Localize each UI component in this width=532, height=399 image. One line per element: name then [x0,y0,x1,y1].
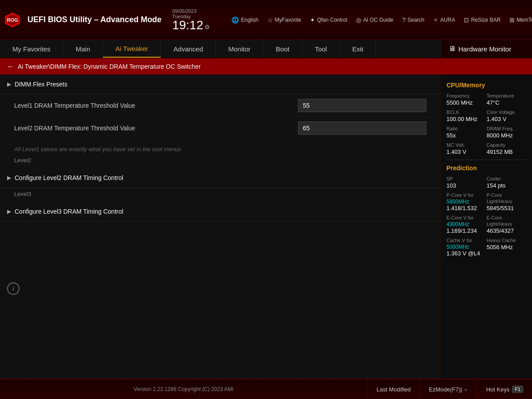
hw-pcore-v-label: P-Core V for [446,192,487,198]
level1-threshold-input[interactable] [298,99,426,112]
toolbar-aura[interactable]: ✧ AURA [430,15,458,25]
datetime-block: 09/05/2023Tuesday 19:12⚙ [172,8,210,31]
hw-ecore-row: E-Core V for 4300MHz 1.169/1.234 E-Core … [446,215,527,234]
breadcrumb-bar: ← Ai Tweaker\DIMM Flex: Dynamic DRAM Tem… [0,59,532,74]
hw-frequency-cell: Frequency 5500 MHz [446,93,487,106]
rog-logo: ROG [4,12,20,28]
footer: Version 2.22.1286 Copyright (C) 2023 AMI… [0,379,532,399]
level2-label: Level2 [0,154,441,168]
hw-divider-1 [446,160,527,160]
top-bar: ROG UEFI BIOS Utility – Advanced Mode 09… [0,0,532,40]
nav-exit[interactable]: Exit [340,40,376,58]
resize-icon: ⊡ [464,16,469,23]
hw-bclk-value: 100.00 MHz [446,116,487,122]
ezmode-button[interactable]: EzMode(F7)|→ [420,379,477,399]
star-icon: ☆ [267,16,273,23]
hotkeys-key: F1 [512,386,523,393]
time-display: 19:12⚙ [172,19,210,31]
hw-temperature-cell: Temperature 47°C [487,93,527,106]
last-modified-button[interactable]: Last Modified [367,379,419,399]
hw-cooler-cell: Cooler 154 pts [487,176,527,189]
nav-hw-monitor[interactable]: 🖥 Hardware Monitor [441,40,532,58]
cpu-memory-title: CPU/Memory [446,82,527,89]
app-title: UEFI BIOS Utility – Advanced Mode [27,15,161,24]
hw-heavy-cache-cell: Heavy Cache 5056 MHz [487,238,527,257]
nav-ai-tweaker[interactable]: Ai Tweaker [103,40,161,58]
level1-threshold-row: Level1 DRAM Temperature Threshold Value [0,94,441,117]
nav-my-favorites[interactable]: My Favorites [0,40,63,58]
info-icon-area: i [7,282,20,295]
main-area: ▶ DIMM Flex Presets Level1 DRAM Temperat… [0,74,532,379]
memtest-icon: ⊞ [509,16,515,23]
hw-ecore-v-label: E-Core V for [446,215,487,220]
breadcrumb-text: Ai Tweaker\DIMM Flex: Dynamic DRAM Tempe… [18,63,201,70]
hw-ecore-lh-value: 4635/4327 [487,227,527,234]
hw-sp-cell: SP 103 [446,176,487,189]
hw-temperature-label: Temperature [487,93,527,98]
hw-ecore-v-freq: 4300MHz [446,221,487,227]
nav-advanced[interactable]: Advanced [161,40,216,58]
hw-frequency-label: Frequency [446,93,487,98]
hw-ecore-lh-sub: Light/Heavy [487,221,527,227]
hw-cache-v-cell: Cache V for 5000MHz 1.363 V @L4 [446,238,487,257]
info-button[interactable]: i [7,282,20,295]
hw-temperature-value: 47°C [487,99,527,106]
hw-cache-v-freq: 5000MHz [446,244,487,250]
aura-icon: ✧ [433,16,438,23]
dimm-flex-presets-header[interactable]: ▶ DIMM Flex Presets [0,74,441,94]
hw-capacity-value: 49152 MB [487,149,527,155]
hw-ecore-v-cell: E-Core V for 4300MHz 1.169/1.234 [446,215,487,234]
hw-pcore-v-freq: 5800MHz [446,199,487,205]
nav-main[interactable]: Main [63,40,103,58]
toolbar-resizebar[interactable]: ⊡ ReSize BAR [460,15,504,25]
toolbar-aioc[interactable]: ◎ AI OC Guide [352,15,397,25]
hw-pcore-v-value: 1.418/1.532 [446,205,487,211]
info-text: All Level1 values are exactly what you h… [0,140,441,154]
nav-tool[interactable]: Tool [302,40,340,58]
hw-sp-label: SP [446,176,487,181]
hw-core-voltage-value: 1.403 V [487,116,527,122]
configure-level2-header[interactable]: ▶ Configure Level2 DRAM Timing Control [0,168,441,188]
hw-core-voltage-cell: Core Voltage 1.403 V [487,110,527,122]
level2-threshold-input[interactable] [298,121,426,135]
hw-ecore-lh-label: E-Core [487,215,527,220]
hw-sp-cooler-row: SP 103 Cooler 154 pts [446,176,527,189]
hw-cooler-label: Cooler [487,176,527,181]
configure-level3-header[interactable]: ▶ Configure Level3 DRAM Timing Control [0,202,441,222]
level3-label: Level3 [0,188,441,202]
svg-text:ROG: ROG [7,17,18,23]
hw-mc-volt-cell: MC Volt. 1.403 V [446,142,487,155]
toolbar-english[interactable]: 🌐 English [228,15,262,25]
hw-ecore-v-value: 1.169/1.234 [446,227,487,234]
nav-bar: My Favorites Main Ai Tweaker Advanced Mo… [0,40,532,59]
toolbar-qfan[interactable]: ✦ Qfan Control [306,15,351,25]
nav-boot[interactable]: Boot [263,40,302,58]
ai-icon: ◎ [356,16,361,23]
toolbar-search[interactable]: ? Search [399,15,428,25]
hw-bclk-cell: BCLK 100.00 MHz [446,110,487,122]
hw-mc-volt-value: 1.403 V [446,149,487,155]
search-icon: ? [402,16,406,23]
monitor-icon: 🖥 [449,45,456,53]
level1-threshold-label: Level1 DRAM Temperature Threshold Value [14,102,298,109]
hw-pcore-lh-value: 5845/5531 [487,205,527,211]
toolbar-memtest[interactable]: ⊞ MemTest86 [506,15,532,25]
hw-monitor-panel: CPU/Memory Frequency 5500 MHz Temperatur… [441,74,532,379]
hw-sp-value: 103 [446,182,487,189]
toolbar-myfavorite[interactable]: ☆ MyFavorite [264,15,305,25]
hw-frequency-value: 5500 MHz [446,99,487,106]
chevron-right-icon-3: ▶ [7,208,11,215]
nav-monitor[interactable]: Monitor [216,40,263,58]
hw-cooler-value: 154 pts [487,182,527,189]
content-panel: ▶ DIMM Flex Presets Level1 DRAM Temperat… [0,74,441,379]
rog-icon: ROG [4,12,20,28]
hotkeys-button[interactable]: Hot Keys F1 [477,379,532,399]
back-button[interactable]: ← [7,63,14,70]
hw-freq-temp-row: Frequency 5500 MHz Temperature 47°C [446,93,527,106]
hw-heavy-cache-label: Heavy Cache [487,238,527,243]
chevron-right-icon: ▶ [7,81,11,87]
footer-right: Last Modified EzMode(F7)|→ Hot Keys F1 [367,379,532,399]
hw-bclk-label: BCLK [446,110,487,115]
globe-icon: 🌐 [231,16,239,23]
hw-dram-freq-cell: DRAM Freq. 8000 MHz [487,126,527,139]
